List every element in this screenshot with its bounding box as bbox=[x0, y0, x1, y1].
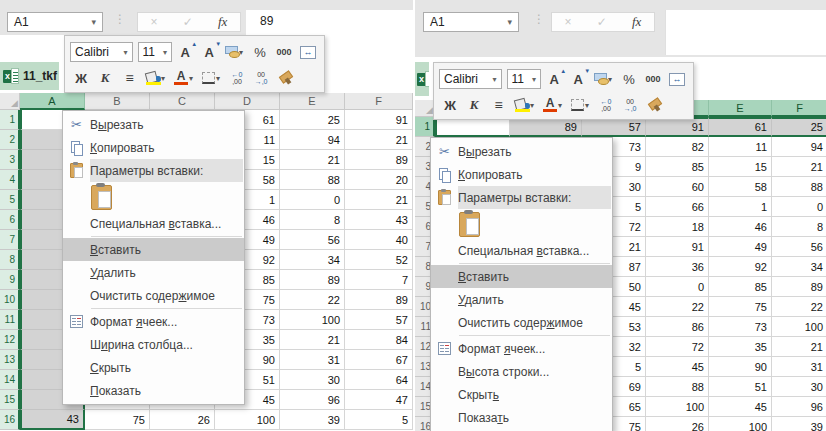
grid-cell-F8[interactable]: 52 bbox=[345, 250, 413, 270]
font-color-button[interactable]: А▾ bbox=[171, 67, 197, 89]
grid-cell-E12[interactable]: 35 bbox=[709, 337, 772, 357]
grid-cell-D7[interactable]: 91 bbox=[646, 237, 709, 257]
font-name-select[interactable]: Calibri▾ bbox=[439, 69, 502, 89]
grid-cell-F10[interactable]: 22 bbox=[772, 297, 826, 317]
decrease-font-button[interactable]: A▼ bbox=[198, 41, 220, 63]
column-header-E[interactable]: E bbox=[280, 93, 345, 110]
grid-cell-F14[interactable]: 30 bbox=[772, 377, 826, 397]
menu-item-unhide[interactable]: Показать bbox=[63, 379, 244, 402]
menu-item-paste-options[interactable]: Параметры вставки: bbox=[431, 186, 612, 209]
grid-cell-E6[interactable]: 8 bbox=[280, 210, 345, 230]
grid-cell-F3[interactable]: 89 bbox=[345, 150, 413, 170]
menu-item-cut[interactable]: ✂Вырезать bbox=[63, 113, 244, 136]
grid-cell-E4[interactable]: 88 bbox=[280, 170, 345, 190]
grid-cell-F15[interactable]: 96 bbox=[772, 397, 826, 417]
grid-cell-E3[interactable]: 15 bbox=[709, 157, 772, 177]
menu-item-paste-option-button[interactable] bbox=[63, 182, 244, 212]
name-box-dropdown-icon[interactable]: ▾ bbox=[91, 17, 96, 27]
row-header-16[interactable]: 16 bbox=[0, 410, 20, 430]
grid-cell-F2[interactable]: 21 bbox=[345, 130, 413, 150]
font-color-button[interactable]: А▾ bbox=[540, 94, 566, 116]
grid-cell-F2[interactable]: 94 bbox=[772, 137, 826, 157]
workbook-tab[interactable]: x 11_tkf bbox=[0, 62, 59, 90]
grid-cell-E5[interactable]: 1 bbox=[709, 197, 772, 217]
menu-item-format-cells[interactable]: Формат ячеек... bbox=[63, 310, 244, 333]
increase-decimal-button[interactable]: ←0,00 bbox=[226, 67, 248, 89]
grid-cell-E13[interactable]: 90 bbox=[709, 357, 772, 377]
name-box[interactable]: A1 ▾ bbox=[423, 12, 519, 32]
grid-cell-F16[interactable]: 5 bbox=[345, 410, 413, 430]
menu-item-hide[interactable]: Скрыть bbox=[63, 356, 244, 379]
grid-cell-D11[interactable]: 86 bbox=[646, 317, 709, 337]
align-center-button[interactable]: ≡ bbox=[118, 67, 140, 89]
grid-cell-E2[interactable]: 11 bbox=[709, 137, 772, 157]
grid-cell-D15[interactable]: 100 bbox=[646, 397, 709, 417]
row-header-6[interactable]: 6 bbox=[0, 210, 20, 230]
grid-cell-F6[interactable]: 43 bbox=[345, 210, 413, 230]
grid-cell-D4[interactable]: 60 bbox=[646, 177, 709, 197]
grid-cell-D1[interactable]: 91 bbox=[646, 117, 709, 137]
menu-item-clear-contents[interactable]: Очистить содержимое bbox=[63, 284, 244, 307]
column-header-D[interactable]: D bbox=[215, 93, 280, 110]
percent-style-button[interactable]: % bbox=[618, 68, 640, 90]
grid-cell-D6[interactable]: 18 bbox=[646, 217, 709, 237]
grid-cell-E15[interactable]: 96 bbox=[280, 390, 345, 410]
italic-button[interactable]: K bbox=[94, 67, 116, 89]
cancel-icon[interactable]: × bbox=[151, 15, 158, 29]
borders-button[interactable]: ▾ bbox=[199, 67, 224, 89]
column-header-B[interactable]: B bbox=[85, 93, 150, 110]
formula-input[interactable] bbox=[665, 10, 826, 55]
percent-style-button[interactable]: % bbox=[249, 41, 271, 63]
grid-cell-E13[interactable]: 31 bbox=[280, 350, 345, 370]
merge-center-button[interactable]: ↔ bbox=[666, 68, 688, 90]
insert-function-icon[interactable]: fx bbox=[218, 14, 227, 30]
menu-item-column-width[interactable]: Ширина столбца... bbox=[63, 333, 244, 356]
row-header-11[interactable]: 11 bbox=[0, 310, 20, 330]
grid-cell-E16[interactable]: 100 bbox=[709, 417, 772, 431]
grid-cell-F3[interactable]: 21 bbox=[772, 157, 826, 177]
grid-cell-F4[interactable]: 88 bbox=[772, 177, 826, 197]
font-size-select[interactable]: 11▾ bbox=[138, 42, 173, 62]
grid-cell-E7[interactable]: 49 bbox=[709, 237, 772, 257]
row-header-1[interactable]: 1 bbox=[0, 110, 20, 130]
row-header-10[interactable]: 10 bbox=[0, 290, 20, 310]
column-header-E[interactable]: E bbox=[709, 100, 772, 117]
bold-button[interactable]: Ж bbox=[439, 94, 461, 116]
font-size-select[interactable]: 11▾ bbox=[507, 69, 542, 89]
grid-cell-E16[interactable]: 39 bbox=[280, 410, 345, 430]
enter-icon[interactable]: ✓ bbox=[597, 15, 607, 29]
select-all-corner[interactable]: ◢ bbox=[0, 93, 20, 110]
grid-cell-D10[interactable]: 22 bbox=[646, 297, 709, 317]
grid-cell-B16[interactable]: 75 bbox=[85, 410, 150, 430]
align-center-button[interactable]: ≡ bbox=[487, 94, 509, 116]
menu-item-format-cells[interactable]: Формат ячеек... bbox=[431, 337, 612, 360]
grid-cell-F13[interactable]: 67 bbox=[345, 350, 413, 370]
menu-item-copy[interactable]: Копировать bbox=[431, 163, 612, 186]
grid-cell-F9[interactable]: 89 bbox=[772, 277, 826, 297]
menu-item-clear-contents[interactable]: Очистить содержимое bbox=[431, 311, 612, 334]
grid-cell-E6[interactable]: 46 bbox=[709, 217, 772, 237]
grid-cell-F12[interactable]: 21 bbox=[772, 337, 826, 357]
formula-input[interactable]: 89 bbox=[246, 10, 413, 35]
bold-button[interactable]: Ж bbox=[70, 67, 92, 89]
menu-item-row-height[interactable]: Высота строки... bbox=[431, 360, 612, 383]
grid-cell-F7[interactable]: 56 bbox=[772, 237, 826, 257]
menu-item-insert[interactable]: Вставить bbox=[63, 238, 244, 261]
row-header-1[interactable]: 1 bbox=[415, 117, 435, 137]
menu-item-cut[interactable]: ✂Вырезать bbox=[431, 140, 612, 163]
menu-item-paste-special[interactable]: Специальная вставка... bbox=[431, 239, 612, 262]
grid-cell-D14[interactable]: 88 bbox=[646, 377, 709, 397]
decrease-font-button[interactable]: A▼ bbox=[567, 68, 589, 90]
fill-color-button[interactable]: ▾ bbox=[142, 67, 169, 89]
grid-cell-F1[interactable]: 91 bbox=[345, 110, 413, 130]
row-header-4[interactable]: 4 bbox=[0, 170, 20, 190]
row-header-5[interactable]: 5 bbox=[0, 190, 20, 210]
grid-cell-C16[interactable]: 26 bbox=[150, 410, 215, 430]
grid-cell-F9[interactable]: 7 bbox=[345, 270, 413, 290]
grid-cell-D9[interactable]: 0 bbox=[646, 277, 709, 297]
grid-cell-D13[interactable]: 45 bbox=[646, 357, 709, 377]
borders-button[interactable]: ▾ bbox=[568, 94, 593, 116]
grid-cell-F16[interactable]: 39 bbox=[772, 417, 826, 431]
row-header-15[interactable]: 15 bbox=[0, 390, 20, 410]
insert-function-icon[interactable]: fx bbox=[632, 14, 641, 30]
